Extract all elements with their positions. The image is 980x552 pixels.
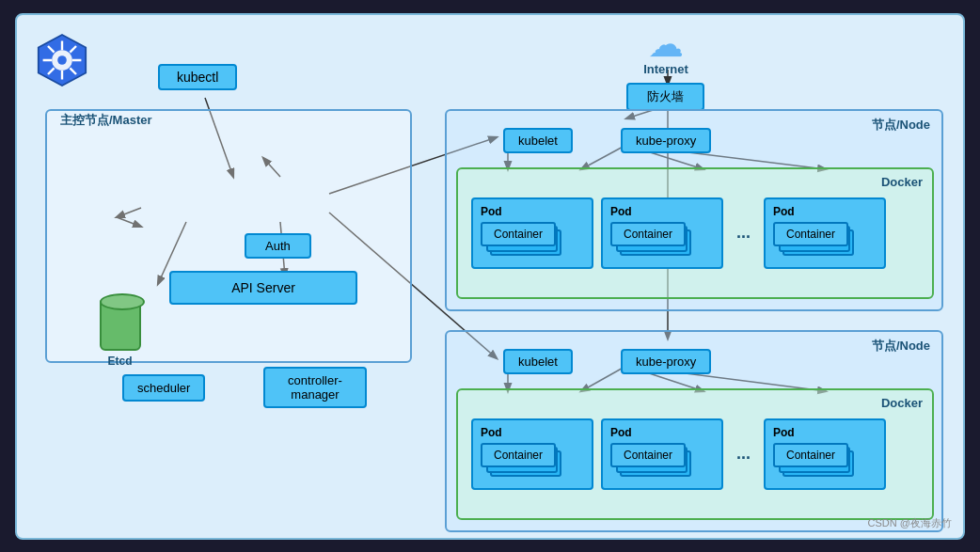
container-2-1-label: Container [494, 449, 543, 462]
container-1-3-label: Container [786, 228, 835, 241]
pod-1-1-title: Pod [481, 205, 584, 218]
scheduler-label: scheduler [137, 381, 190, 395]
api-server-label: API Server [231, 280, 295, 295]
pod-2-3: Pod Container [764, 418, 886, 490]
pod-2-1: Pod Container [471, 418, 593, 490]
pod-group-1: Pod Container Pod [471, 197, 923, 269]
container-2-2-main: Container [610, 443, 686, 467]
pod-1-3: Pod Container [764, 197, 886, 269]
pod-2-2-title: Pod [610, 426, 714, 439]
docker-area-2: Docker Pod Container Pod [456, 388, 934, 520]
container-1-2-label: Container [624, 228, 672, 241]
container-1-1-label: Container [494, 228, 543, 241]
kubeproxy-2-box: kube-proxy [621, 349, 711, 374]
pod-1-1: Pod Container [471, 197, 593, 269]
kubelet-1-box: kubelet [503, 128, 573, 153]
pod-1-2: Pod Container [601, 197, 723, 269]
container-stack-1-3: Container [773, 222, 877, 261]
kubectl-label: kubectl [177, 70, 218, 85]
internet-cloud: ☁ Internet [619, 26, 713, 76]
node-area-1: 节点/Node kubelet kube-proxy Docker Pod [445, 109, 943, 311]
container-stack-2-3: Container [773, 443, 877, 482]
internet-label: Internet [619, 62, 713, 76]
pod-1-2-title: Pod [610, 205, 714, 218]
kubelet-2-box: kubelet [503, 349, 573, 374]
kubelet-1-label: kubelet [518, 134, 558, 148]
controller-manager-label: controller-manager [288, 373, 342, 402]
etcd-box: Etcd [94, 299, 146, 368]
scheduler-box: scheduler [122, 374, 205, 402]
container-1-1-main: Container [481, 222, 556, 246]
container-1-2-main: Container [610, 222, 686, 246]
node-2-label: 节点/Node [872, 338, 930, 355]
api-server-box: API Server [169, 271, 357, 305]
container-2-2-label: Container [624, 449, 672, 462]
kubectl-box: kubectl [158, 64, 237, 90]
container-stack-2-2: Container [610, 443, 714, 482]
pod-2-2: Pod Container [601, 418, 723, 490]
kubeproxy-1-box: kube-proxy [621, 128, 711, 153]
svg-point-21 [57, 55, 67, 65]
pod-group-2: Pod Container Pod [471, 418, 923, 490]
container-2-3-main: Container [773, 443, 848, 467]
container-stack-1-2: Container [610, 222, 714, 261]
container-stack-1-1: Container [481, 222, 584, 261]
container-2-1-main: Container [481, 443, 556, 467]
auth-box: Auth [245, 233, 311, 259]
watermark: CSDN @夜海赤竹 [868, 516, 952, 530]
diagram-background: ☁ Internet 防火墙 kubectl 主控节点/Master Auth … [15, 13, 965, 540]
auth-label: Auth [265, 239, 291, 253]
pod-2-3-title: Pod [773, 426, 877, 439]
dots-1: ... [731, 223, 756, 243]
etcd-label: Etcd [94, 355, 146, 368]
controller-manager-box: controller-manager [263, 367, 367, 408]
container-stack-2-1: Container [481, 443, 584, 482]
kubeproxy-2-label: kube-proxy [636, 355, 696, 369]
node-1-label: 节点/Node [872, 117, 930, 134]
pod-2-1-title: Pod [481, 426, 584, 439]
kubelet-2-label: kubelet [518, 355, 558, 369]
docker-2-label: Docker [881, 396, 923, 410]
master-area: 主控节点/Master Auth API Server Etcd schedul… [45, 109, 412, 363]
docker-area-1: Docker Pod Container Pod [456, 167, 934, 299]
firewall-label: 防火墙 [647, 89, 684, 103]
master-label: 主控节点/Master [56, 110, 156, 131]
node-area-2: 节点/Node kubelet kube-proxy Docker Pod [445, 330, 943, 532]
docker-1-label: Docker [881, 175, 923, 189]
etcd-cylinder [100, 299, 141, 351]
firewall-box: 防火墙 [626, 83, 704, 111]
container-2-3-label: Container [786, 449, 835, 462]
k8s-logo [34, 32, 90, 88]
pod-1-3-title: Pod [773, 205, 877, 218]
kubeproxy-1-label: kube-proxy [636, 134, 696, 148]
container-1-3-main: Container [773, 222, 848, 246]
dots-2: ... [731, 444, 756, 464]
